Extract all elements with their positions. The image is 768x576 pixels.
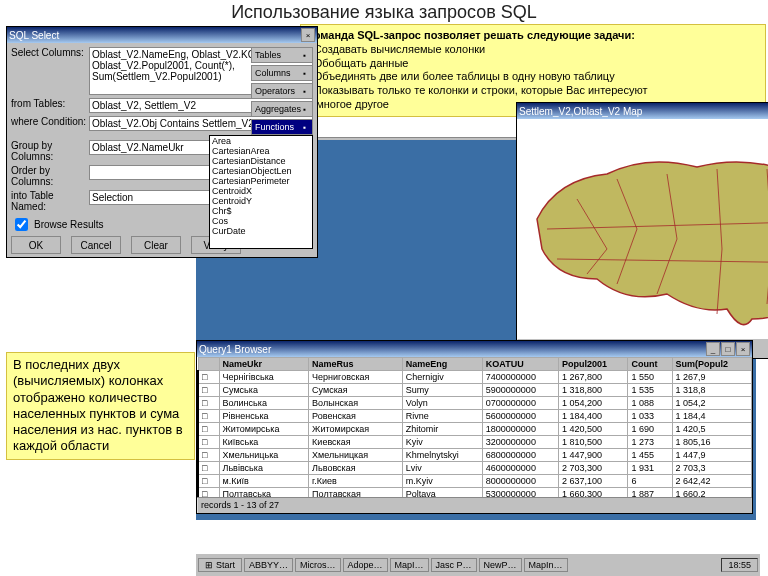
functions-dropdown[interactable]: AreaCartesianAreaCartesianDistanceCartes… bbox=[209, 135, 313, 249]
windows-icon: ⊞ bbox=[205, 560, 213, 570]
function-option[interactable]: CentroidY bbox=[210, 196, 312, 206]
column-header[interactable]: NameUkr bbox=[219, 358, 309, 371]
table-row[interactable]: □ЧернігівськаЧерниговскаяChernigiv740000… bbox=[198, 371, 752, 384]
map-window[interactable]: Settlem_V2,Oblast_V2 Map _ □ × bbox=[516, 102, 768, 359]
column-header[interactable]: NameEng bbox=[402, 358, 482, 371]
columns-picker[interactable]: Columns▪ bbox=[251, 65, 313, 81]
table-row[interactable]: □ЖитомирськаЖитомирскаяZhitomir180000000… bbox=[198, 423, 752, 436]
tables-picker[interactable]: Tables▪ bbox=[251, 47, 313, 63]
table-row[interactable]: □ПолтавськаПолтавскаяPoltava53000000001 … bbox=[198, 488, 752, 498]
cancel-button[interactable]: Cancel bbox=[71, 236, 121, 254]
function-option[interactable]: CartesianDistance bbox=[210, 156, 312, 166]
note-computed-columns: В последних двух (вычисляемых) колонках … bbox=[6, 352, 195, 460]
table-row[interactable]: □ХмельницькаХмельницкаяKhmelnytskyi68000… bbox=[198, 449, 752, 462]
browse-results-checkbox[interactable] bbox=[15, 218, 28, 231]
taskbar-item[interactable]: NewP… bbox=[479, 558, 522, 572]
start-button[interactable]: ⊞Start bbox=[198, 558, 242, 572]
function-option[interactable]: Cos bbox=[210, 216, 312, 226]
clear-button[interactable]: Clear bbox=[131, 236, 181, 254]
table-row[interactable]: □м.Київг.Киевm.Kyiv80000000002 637,10062… bbox=[198, 475, 752, 488]
maximize-icon[interactable]: □ bbox=[721, 342, 735, 356]
browser-status: records 1 - 13 of 27 bbox=[197, 497, 752, 512]
sql-dialog-titlebar[interactable]: SQL Select × bbox=[7, 27, 317, 43]
table-row[interactable]: □КиївськаКиевскаяKyiv32000000001 810,500… bbox=[198, 436, 752, 449]
functions-picker[interactable]: Functions▪ bbox=[251, 119, 313, 135]
column-header[interactable]: Popul2001 bbox=[559, 358, 628, 371]
ok-button[interactable]: OK bbox=[11, 236, 61, 254]
taskbar-item[interactable]: Adope… bbox=[343, 558, 388, 572]
taskbar-item[interactable]: MapIn… bbox=[524, 558, 568, 572]
column-header[interactable]: Sum(Popul2 bbox=[672, 358, 752, 371]
column-header[interactable]: NameRus bbox=[309, 358, 403, 371]
slide-title: Использование языка запросов SQL bbox=[0, 2, 768, 23]
table-row[interactable]: □ЛьвівськаЛьвовскаяLviv46000000002 703,3… bbox=[198, 462, 752, 475]
function-option[interactable]: CartesianArea bbox=[210, 146, 312, 156]
browser-grid[interactable]: NameUkrNameRusNameEngKOATUUPopul2001Coun… bbox=[197, 357, 752, 497]
column-header[interactable]: Count bbox=[628, 358, 672, 371]
browser-titlebar[interactable]: Query1 Browser _ □ × bbox=[197, 341, 752, 357]
windows-taskbar[interactable]: ⊞Start ABBYY…Micros…Adope…MapI…Jasc P…Ne… bbox=[196, 553, 760, 576]
table-row[interactable]: □СумськаСумскаяSumy59000000001 318,8001 … bbox=[198, 384, 752, 397]
taskbar-item[interactable]: ABBYY… bbox=[244, 558, 293, 572]
function-option[interactable]: CartesianObjectLen bbox=[210, 166, 312, 176]
function-option[interactable]: CurDate bbox=[210, 226, 312, 236]
close-icon[interactable]: × bbox=[301, 28, 315, 42]
taskbar-clock: 18:55 bbox=[721, 558, 758, 572]
function-option[interactable]: CentroidX bbox=[210, 186, 312, 196]
browser-window[interactable]: Query1 Browser _ □ × NameUkrNameRusNameE… bbox=[196, 340, 753, 514]
sql-select-dialog[interactable]: SQL Select × Select Columns: from Tables… bbox=[6, 26, 318, 258]
map-canvas[interactable] bbox=[517, 119, 768, 339]
taskbar-item[interactable]: Micros… bbox=[295, 558, 341, 572]
close-icon[interactable]: × bbox=[736, 342, 750, 356]
table-row[interactable]: □ВолинськаВолынскаяVolyn07000000001 054,… bbox=[198, 397, 752, 410]
function-option[interactable]: Area bbox=[210, 136, 312, 146]
aggregates-picker[interactable]: Aggregates▪ bbox=[251, 101, 313, 117]
function-option[interactable]: CartesianPerimeter bbox=[210, 176, 312, 186]
function-option[interactable]: Chr$ bbox=[210, 206, 312, 216]
taskbar-item[interactable]: Jasc P… bbox=[431, 558, 477, 572]
table-row[interactable]: □РівненськаРовенскаяRivne56000000001 184… bbox=[198, 410, 752, 423]
taskbar-item[interactable]: MapI… bbox=[390, 558, 429, 572]
minimize-icon[interactable]: _ bbox=[706, 342, 720, 356]
operators-picker[interactable]: Operators▪ bbox=[251, 83, 313, 99]
map-window-titlebar[interactable]: Settlem_V2,Oblast_V2 Map _ □ × bbox=[517, 103, 768, 119]
column-header[interactable]: KOATUU bbox=[482, 358, 558, 371]
